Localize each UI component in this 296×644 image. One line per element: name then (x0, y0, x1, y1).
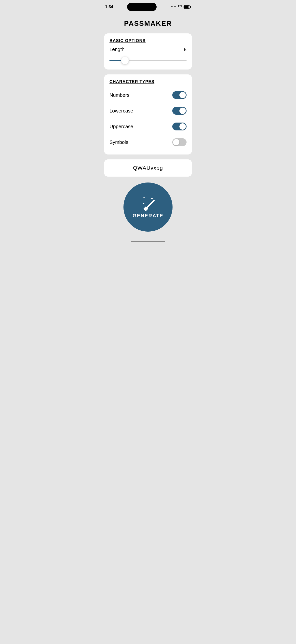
password-output-card[interactable]: QWAUvxpg (104, 160, 192, 176)
home-indicator (100, 239, 196, 245)
symbols-toggle[interactable] (172, 138, 187, 146)
symbols-label: Symbols (109, 140, 128, 145)
character-types-card: CHARACTER TYPES Numbers Lowercase Upperc… (104, 74, 192, 154)
uppercase-toggle-row: Uppercase (109, 119, 187, 134)
uppercase-toggle[interactable] (172, 122, 187, 130)
status-icons (171, 5, 191, 8)
lowercase-toggle-track (172, 107, 187, 115)
slider-thumb[interactable] (121, 57, 129, 64)
dynamic-island (127, 3, 157, 11)
lowercase-label: Lowercase (109, 108, 133, 114)
app-title: PASSMAKER (100, 20, 196, 28)
lowercase-toggle[interactable] (172, 107, 187, 115)
basic-options-title: BASIC OPTIONS (109, 38, 187, 43)
uppercase-toggle-knob (179, 123, 186, 130)
lowercase-toggle-row: Lowercase (109, 104, 187, 118)
length-value: 8 (184, 47, 187, 52)
symbols-toggle-row: Symbols (109, 135, 187, 150)
home-bar (131, 241, 165, 242)
numbers-toggle-track (172, 91, 187, 99)
slider-track (109, 60, 187, 61)
generate-button[interactable]: GENERATE (123, 182, 173, 232)
signal-icon (171, 6, 176, 7)
wifi-icon (178, 5, 182, 8)
svg-line-0 (147, 201, 154, 208)
numbers-toggle[interactable] (172, 91, 187, 99)
symbols-toggle-knob (173, 139, 179, 146)
length-slider-container[interactable] (109, 56, 187, 64)
numbers-toggle-knob (179, 92, 186, 98)
generate-label: GENERATE (133, 213, 163, 218)
length-row: Length 8 (109, 47, 187, 52)
password-output: QWAUvxpg (133, 165, 163, 171)
character-types-title: CHARACTER TYPES (109, 79, 187, 84)
lowercase-toggle-knob (179, 108, 186, 114)
status-time: 1:34 (105, 4, 113, 9)
uppercase-label: Uppercase (109, 124, 133, 130)
battery-icon (184, 6, 191, 8)
symbols-toggle-track (172, 138, 187, 146)
numbers-label: Numbers (109, 92, 129, 98)
wand-icon (139, 196, 157, 211)
basic-options-card: BASIC OPTIONS Length 8 (104, 34, 192, 70)
length-label: Length (109, 47, 124, 52)
status-bar: 1:34 (100, 0, 196, 12)
uppercase-toggle-track (172, 122, 187, 130)
generate-wrapper: GENERATE (100, 182, 196, 232)
numbers-toggle-row: Numbers (109, 88, 187, 102)
